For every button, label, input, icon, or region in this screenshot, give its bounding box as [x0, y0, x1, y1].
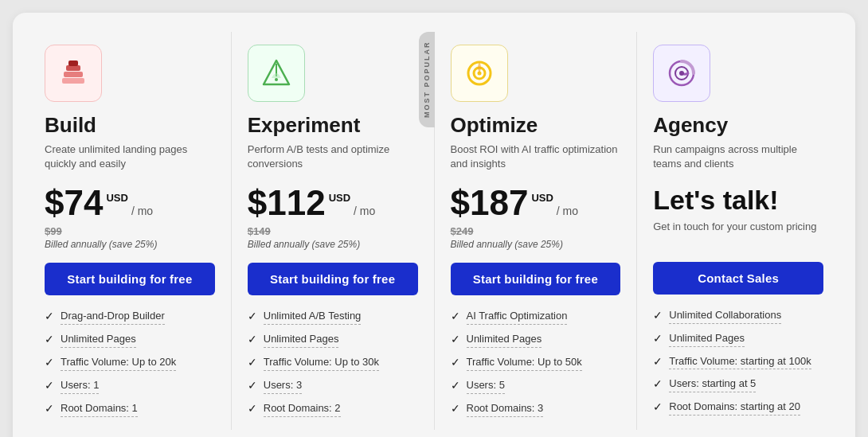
- feature-text: Unlimited Pages: [669, 332, 745, 347]
- price-row: $112 USD / mo: [248, 185, 418, 220]
- check-icon: ✓: [451, 402, 460, 415]
- features-list: ✓ Drag-and-Drop Builder ✓ Unlimited Page…: [45, 310, 215, 416]
- check-icon: ✓: [451, 379, 460, 392]
- feature-text: Root Domains: 2: [264, 402, 341, 417]
- price-alt: Let's talk!: [653, 185, 823, 215]
- check-icon: ✓: [45, 333, 54, 345]
- feature-text: Root Domains: starting at 20: [669, 400, 800, 416]
- check-icon: ✓: [248, 310, 257, 322]
- check-icon: ✓: [653, 377, 663, 390]
- build-icon: [45, 45, 102, 102]
- plan-name: Agency: [653, 113, 823, 138]
- price-currency: USD: [329, 192, 350, 204]
- list-item: ✓ Traffic Volume: Up to 30k: [248, 356, 418, 371]
- features-list: ✓ Unlimited Collaborations ✓ Unlimited P…: [653, 309, 823, 416]
- check-icon: ✓: [248, 333, 257, 345]
- check-icon: ✓: [248, 379, 257, 392]
- feature-text: Unlimited Pages: [264, 333, 339, 348]
- feature-text: Unlimited Pages: [61, 333, 136, 348]
- features-list: ✓ Unlimited A/B Testing ✓ Unlimited Page…: [248, 310, 418, 416]
- check-icon: ✓: [451, 333, 460, 345]
- list-item: ✓ Users: 3: [248, 379, 418, 394]
- check-icon: ✓: [45, 402, 54, 415]
- list-item: ✓ Traffic Volume: Up to 20k: [45, 356, 215, 371]
- check-icon: ✓: [45, 379, 54, 392]
- original-price: $99: [45, 225, 215, 237]
- most-popular-badge: MOST POPULAR: [419, 32, 435, 127]
- cta-button[interactable]: Start building for free: [248, 263, 418, 295]
- list-item: ✓ Root Domains: starting at 20: [653, 400, 823, 416]
- price-row: $74 USD / mo: [45, 185, 215, 220]
- feature-text: Users: 1: [61, 379, 99, 394]
- check-icon: ✓: [451, 310, 460, 322]
- plan-description: Perform A/B tests and optimize conversio…: [248, 142, 418, 171]
- plan-card-optimize: OptimizeBoost ROI with AI traffic optimi…: [435, 32, 638, 430]
- list-item: ✓ Users: starting at 5: [653, 377, 823, 392]
- list-item: ✓ AI Traffic Optimization: [451, 310, 621, 325]
- plan-name: Experiment: [248, 113, 418, 138]
- svg-rect-0: [62, 78, 84, 84]
- feature-text: Unlimited A/B Testing: [264, 310, 362, 325]
- list-item: ✓ Traffic Volume: Up to 50k: [451, 356, 621, 371]
- list-item: ✓ Root Domains: 2: [248, 402, 418, 417]
- cta-button[interactable]: Start building for free: [45, 263, 215, 295]
- billed-note: Billed annually (save 25%): [45, 239, 215, 250]
- check-icon: ✓: [451, 356, 460, 369]
- cta-button[interactable]: Contact Sales: [653, 262, 823, 295]
- check-icon: ✓: [653, 355, 663, 368]
- check-icon: ✓: [653, 309, 663, 322]
- feature-text: Users: starting at 5: [669, 377, 756, 392]
- price-period: / mo: [557, 205, 578, 217]
- custom-pricing-note: Get in touch for your custom pricing: [653, 220, 823, 249]
- check-icon: ✓: [653, 400, 663, 413]
- feature-text: Root Domains: 3: [467, 402, 544, 417]
- check-icon: ✓: [653, 332, 663, 345]
- price-currency: USD: [106, 192, 127, 204]
- list-item: ✓ Users: 1: [45, 379, 215, 394]
- feature-text: Unlimited Pages: [467, 333, 542, 348]
- price-period: / mo: [131, 205, 153, 217]
- svg-rect-2: [66, 65, 80, 71]
- billed-note: Billed annually (save 25%): [451, 239, 621, 250]
- price-period: / mo: [354, 205, 375, 217]
- feature-text: Drag-and-Drop Builder: [61, 310, 165, 325]
- feature-text: Unlimited Collaborations: [669, 309, 781, 324]
- plan-name: Optimize: [451, 113, 621, 138]
- check-icon: ✓: [45, 310, 54, 322]
- plan-card-agency: AgencyRun campaigns across multiple team…: [637, 32, 839, 430]
- list-item: ✓ Unlimited Pages: [451, 333, 621, 348]
- optimize-icon: [451, 45, 508, 102]
- check-icon: ✓: [248, 356, 257, 369]
- feature-text: Users: 3: [264, 379, 302, 394]
- list-item: ✓ Unlimited Pages: [248, 333, 418, 348]
- feature-text: Traffic Volume: Up to 20k: [61, 356, 176, 371]
- check-icon: ✓: [248, 402, 257, 415]
- price-row: $187 USD / mo: [451, 185, 621, 220]
- feature-text: Traffic Volume: starting at 100k: [669, 355, 811, 370]
- agency-icon: [653, 45, 710, 102]
- plan-card-experiment: ExperimentPerform A/B tests and optimize…: [232, 32, 435, 430]
- plan-card-build: BuildCreate unlimited landing pages quic…: [29, 32, 232, 430]
- list-item: ✓ Users: 5: [451, 379, 621, 394]
- price-main: $112: [248, 185, 326, 220]
- feature-text: Root Domains: 1: [61, 402, 138, 417]
- plan-description: Create unlimited landing pages quickly a…: [45, 142, 215, 171]
- check-icon: ✓: [45, 356, 54, 369]
- list-item: ✓ Unlimited Pages: [653, 332, 823, 347]
- plan-description: Boost ROI with AI traffic optimization a…: [451, 142, 621, 171]
- price-main: $74: [45, 185, 103, 220]
- original-price: $149: [248, 225, 418, 237]
- svg-point-12: [679, 71, 684, 76]
- svg-point-6: [275, 78, 278, 81]
- list-item: ✓ Traffic Volume: starting at 100k: [653, 355, 823, 370]
- plan-name: Build: [45, 113, 215, 138]
- list-item: ✓ Root Domains: 1: [45, 402, 215, 417]
- feature-text: Users: 5: [467, 379, 505, 394]
- svg-rect-1: [64, 72, 83, 77]
- experiment-icon: [248, 45, 305, 102]
- original-price: $249: [451, 225, 621, 237]
- cta-button[interactable]: Start building for free: [451, 263, 621, 295]
- list-item: ✓ Drag-and-Drop Builder: [45, 310, 215, 325]
- list-item: ✓ Unlimited A/B Testing: [248, 310, 418, 325]
- billed-note: Billed annually (save 25%): [248, 239, 418, 250]
